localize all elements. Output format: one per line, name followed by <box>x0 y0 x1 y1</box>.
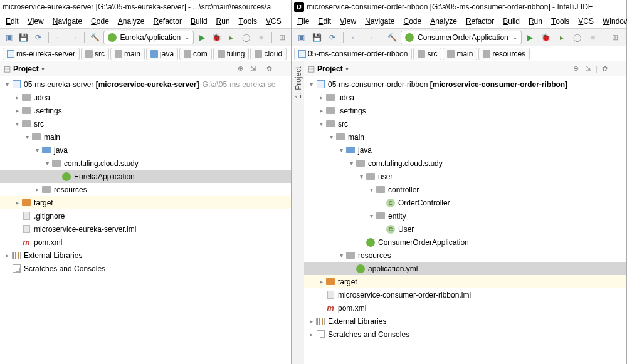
collapse-all-icon[interactable]: ⇲ <box>248 63 259 75</box>
menu-navigate[interactable]: Navigate <box>48 14 87 28</box>
expand-icon[interactable]: ▸ <box>13 107 21 114</box>
menu-analyze[interactable]: Analyze <box>426 14 461 28</box>
tree-node[interactable]: ▸External Libraries <box>304 315 626 328</box>
tree-node[interactable]: microservice-consumer-order-ribbon.iml <box>304 288 626 301</box>
tree-node[interactable]: ▸External Libraries <box>0 249 291 262</box>
tree-node[interactable]: ▾05-ms-eureka-server [microservice-eurek… <box>0 78 291 91</box>
tree-node[interactable]: ▾src <box>304 117 626 130</box>
tree-node[interactable]: ▸.settings <box>0 104 291 117</box>
menu-tools[interactable]: Tools <box>234 14 261 28</box>
menu-build[interactable]: Build <box>498 14 524 28</box>
tree-node[interactable]: CUser <box>304 222 626 236</box>
tree-node[interactable]: ▾controller <box>304 183 626 196</box>
tree-node[interactable]: ▾user <box>304 170 626 183</box>
tree-node[interactable]: .gitignore <box>0 209 291 222</box>
tree-node[interactable]: ▾java <box>0 143 291 157</box>
menu-edit[interactable]: Edit <box>1 14 23 28</box>
coverage-icon[interactable]: ▸ <box>225 31 238 44</box>
menu-view[interactable]: View <box>335 14 361 28</box>
project-tool-window-tab[interactable]: 1: Project <box>292 61 304 364</box>
panel-views-dropdown[interactable]: ▾ <box>41 65 45 72</box>
menu-code[interactable]: Code <box>87 14 113 28</box>
settings-icon[interactable]: ✿ <box>599 63 610 75</box>
expand-icon[interactable]: ▾ <box>13 120 21 127</box>
expand-icon[interactable]: ▾ <box>367 186 376 193</box>
structure-icon[interactable]: ⊞ <box>608 31 622 44</box>
tree-node[interactable]: ▸Scratches and Consoles <box>304 328 626 341</box>
expand-icon[interactable]: ▸ <box>33 186 41 193</box>
sync-icon[interactable]: ⟳ <box>325 31 339 44</box>
breadcrumb-item[interactable]: main <box>110 48 145 60</box>
menu-vcs[interactable]: VCS <box>574 14 598 28</box>
tree-node[interactable]: ▸resources <box>0 183 291 196</box>
breadcrumb-item[interactable]: tuling <box>213 48 250 60</box>
hide-icon[interactable]: — <box>276 63 287 75</box>
breadcrumb-item[interactable]: src <box>413 48 441 60</box>
menu-window[interactable]: Window <box>598 14 627 28</box>
run-icon[interactable]: ▶ <box>196 31 208 44</box>
back-icon[interactable]: ← <box>53 31 65 44</box>
hide-icon[interactable]: — <box>611 63 623 75</box>
expand-icon[interactable]: ▸ <box>317 278 325 285</box>
collapse-all-icon[interactable]: ⇲ <box>583 63 594 75</box>
tree-node[interactable]: ▾com.tuling.cloud.study <box>0 157 291 170</box>
breadcrumb-item[interactable]: ms-eureka-server <box>3 48 80 60</box>
tree-node[interactable]: ▾resources <box>304 249 626 262</box>
expand-icon[interactable]: ▾ <box>327 133 335 140</box>
open-icon[interactable]: ▣ <box>294 31 308 44</box>
expand-icon[interactable]: ▾ <box>23 133 31 140</box>
tree-node[interactable]: ▾com.tuling.cloud.study <box>304 157 626 170</box>
expand-icon[interactable]: ▾ <box>317 120 325 127</box>
tree-node[interactable]: mpom.xml <box>0 236 291 249</box>
tree-node[interactable]: ▾entity <box>304 209 626 222</box>
tree-node[interactable]: ▸.idea <box>0 91 291 104</box>
expand-icon[interactable]: ▾ <box>307 81 315 88</box>
coverage-icon[interactable]: ▸ <box>555 31 569 44</box>
expand-icon[interactable]: ▸ <box>307 318 315 325</box>
breadcrumb-item[interactable]: com <box>179 48 212 60</box>
settings-icon[interactable]: ✿ <box>263 63 275 75</box>
tree-node[interactable]: ▾05-ms-consumer-order-ribbon [microservi… <box>304 78 626 91</box>
menu-run[interactable]: Run <box>212 14 234 28</box>
tree-node[interactable]: mpom.xml <box>304 301 626 315</box>
run-config-selector[interactable]: EurekaApplication ⌄ <box>103 31 194 44</box>
tree-node[interactable]: ▸target <box>304 275 626 288</box>
expand-icon[interactable]: ▾ <box>357 173 366 180</box>
expand-icon[interactable]: ▾ <box>337 252 345 259</box>
menu-vcs[interactable]: VCS <box>261 14 286 28</box>
expand-icon[interactable]: ▾ <box>337 147 345 153</box>
tree-node[interactable]: ▸.idea <box>304 91 626 104</box>
project-tree[interactable]: ▾05-ms-eureka-server [microservice-eurek… <box>0 76 291 364</box>
build-icon[interactable]: 🔨 <box>385 31 399 44</box>
stop-icon[interactable]: ■ <box>586 31 600 44</box>
forward-icon[interactable]: → <box>363 31 377 44</box>
tree-node[interactable]: microservice-eureka-server.iml <box>0 222 291 236</box>
back-icon[interactable]: ← <box>347 31 361 44</box>
panel-menu-icon[interactable]: ▤ <box>4 65 11 73</box>
expand-icon[interactable]: ▸ <box>13 94 21 101</box>
forward-icon[interactable]: → <box>68 31 80 44</box>
tree-node[interactable]: COrderController <box>304 196 626 209</box>
debug-icon[interactable]: 🐞 <box>539 31 553 44</box>
breadcrumb-item[interactable]: src <box>81 48 109 60</box>
sync-icon[interactable]: ⟳ <box>32 31 45 44</box>
expand-icon[interactable]: ▾ <box>33 147 41 153</box>
tree-node[interactable]: EurekaApplication <box>0 170 291 183</box>
tree-node[interactable]: application.yml <box>304 262 626 275</box>
menu-navigate[interactable]: Navigate <box>361 14 399 28</box>
expand-icon[interactable]: ▸ <box>317 107 325 114</box>
breadcrumb-item[interactable]: main <box>443 48 477 60</box>
structure-icon[interactable]: ⊞ <box>275 31 288 44</box>
menu-file[interactable]: File <box>293 14 314 28</box>
build-icon[interactable]: 🔨 <box>88 31 101 44</box>
stop-icon[interactable]: ■ <box>255 31 267 44</box>
panel-menu-icon[interactable]: ▤ <box>308 65 315 73</box>
expand-icon[interactable]: ▾ <box>367 212 376 219</box>
debug-icon[interactable]: 🐞 <box>211 31 223 44</box>
select-opened-file-icon[interactable]: ⊕ <box>571 63 582 75</box>
breadcrumb-item[interactable]: 05-ms-consumer-order-ribbon <box>294 48 412 60</box>
expand-icon[interactable]: ▾ <box>43 160 51 167</box>
run-config-selector[interactable]: ConsumerOrderApplication ⌄ <box>401 31 522 44</box>
open-icon[interactable]: ▣ <box>3 31 15 44</box>
expand-icon[interactable]: ▸ <box>13 199 21 206</box>
